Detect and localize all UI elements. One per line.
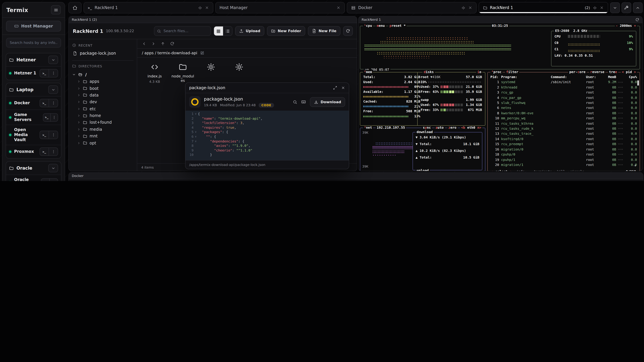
process-row[interactable]: 13rcu_tasks_trace_root0B0.0 — [490, 131, 637, 136]
list-view-button[interactable] — [223, 26, 232, 35]
sidebar-host-proxmox[interactable]: Proxmox>_ — [6, 145, 61, 158]
split-icon[interactable] — [461, 5, 466, 10]
file-tile[interactable] — [199, 62, 223, 74]
proc-info-control[interactable]: info ↵ — [516, 170, 530, 171]
process-row[interactable]: 2kthreaddroot0B0.0 — [490, 85, 637, 90]
process-row[interactable]: 4rcu_par_gproot0B0.0 — [490, 95, 637, 100]
tree-dir-boot[interactable]: boot — [72, 85, 134, 92]
back-icon[interactable] — [142, 41, 146, 46]
fold-toggle[interactable]: ∨ — [194, 130, 198, 134]
recent-file-item[interactable]: package-lock.json — [72, 50, 134, 56]
tools-button[interactable] — [622, 2, 631, 13]
process-row[interactable]: 20migration/1root0B0.0 — [490, 162, 637, 167]
sidebar-host-open-media-vault[interactable]: Open Media Vault>_ — [6, 125, 61, 145]
reconnect-icon[interactable] — [635, 17, 639, 22]
tab-racknerd1-terminal[interactable]: >_ RackNerd 1 — [84, 2, 213, 13]
expand-icon[interactable] — [333, 86, 337, 90]
file-search-input[interactable] — [163, 28, 208, 33]
process-row[interactable]: 8kworker/0:0H-everoot0B0.0 — [490, 111, 637, 116]
terminal-screen[interactable]: ¹cpu menu preset * 03:31:25 - 2000ms + — [358, 23, 642, 171]
host-group-header[interactable]: Hetzner — [6, 53, 61, 66]
open-terminal-button[interactable]: >_ — [40, 131, 49, 139]
new-folder-button[interactable]: New Folder — [267, 26, 305, 36]
proc-sort-selector[interactable]: < pid > — [621, 70, 637, 74]
tree-dir-home[interactable]: home — [72, 112, 134, 119]
home-button[interactable] — [68, 2, 82, 13]
proc-terminate-control[interactable]: terminate — [533, 170, 553, 171]
host-group-header[interactable]: Laptop — [6, 83, 61, 96]
collapse-button[interactable] — [633, 2, 643, 13]
proc-kill-control[interactable]: kill — [556, 170, 566, 171]
process-row[interactable]: 14ksoftirqd/0root0B0.0 — [490, 136, 637, 142]
tree-dir-data[interactable]: data — [72, 92, 134, 99]
upload-button[interactable]: Upload — [235, 26, 264, 36]
refresh-icon[interactable] — [170, 41, 174, 46]
tree-dir-opt[interactable]: opt — [72, 140, 134, 146]
file-tile-node_modules[interactable]: node_modules — [171, 62, 195, 83]
split-icon[interactable] — [593, 5, 597, 10]
split-icon[interactable] — [198, 5, 202, 10]
close-icon[interactable] — [468, 6, 472, 10]
btop-preset-button[interactable]: preset * — [388, 24, 406, 27]
process-row[interactable]: 15rcu_preemptroot0B0.0 — [490, 142, 637, 147]
fold-toggle[interactable]: ∨ — [194, 112, 198, 116]
proc-reverse-toggle[interactable]: reverse — [589, 70, 605, 74]
tree-dir-mnt[interactable]: mnt — [72, 133, 134, 140]
process-row[interactable]: 18cpuhp/0root0B0.0 — [490, 152, 637, 157]
open-terminal-button[interactable]: >_ — [40, 69, 49, 77]
tab-list-button[interactable] — [610, 2, 620, 13]
up-directory-icon[interactable] — [161, 41, 165, 46]
proc-select-control[interactable]: ↑ select ↓ — [490, 170, 512, 171]
net-zero-toggle[interactable]: zero — [447, 126, 457, 129]
tab-racknerd1-files[interactable]: RackNerd 1 (2) — [478, 2, 608, 13]
io-toggle[interactable]: io — [476, 70, 482, 74]
process-row[interactable]: 19cpuhp/1root0B0.0 — [490, 157, 637, 162]
host-group-header[interactable]: Oracle — [6, 162, 61, 175]
group-collapse-button[interactable] — [48, 164, 58, 172]
process-row[interactable]: 12rcu_tasks_rude_kroot0B0.0 — [490, 126, 637, 131]
host-menu-button[interactable] — [49, 69, 58, 77]
process-row[interactable]: 16migration/0root0B0.0 — [490, 147, 637, 152]
close-icon[interactable] — [600, 6, 604, 10]
process-list[interactable]: 1systemd/sbin/initroot9.2M0.02kthreaddro… — [490, 80, 637, 167]
refresh-files-button[interactable] — [343, 26, 353, 36]
forward-icon[interactable] — [151, 41, 156, 46]
process-scrollbar-thumb[interactable] — [637, 80, 639, 85]
host-manager-button[interactable]: Host Manager — [6, 21, 61, 31]
breadcrumb[interactable]: / apps / termix-download-api — [137, 49, 357, 58]
sidebar-host-docker[interactable]: Docker>_ — [6, 96, 61, 110]
edit-path-icon[interactable] — [200, 51, 204, 55]
grid-view-button[interactable] — [214, 26, 223, 35]
tree-dir-etc[interactable]: etc — [72, 105, 134, 112]
proc-signals-control[interactable]: signals — [569, 170, 585, 171]
tree-dir-dev[interactable]: dev — [72, 98, 134, 105]
file-tile-index.js[interactable]: index.js4.3 KB — [142, 62, 167, 83]
net-sync-toggle[interactable]: sync — [422, 126, 432, 129]
process-row[interactable]: 3rcu_gproot0B0.0 — [490, 90, 637, 95]
net-auto-toggle[interactable]: auto — [434, 126, 444, 129]
tree-dir-media[interactable]: media — [72, 126, 134, 133]
process-row[interactable]: 6netnsroot0B0.0 — [490, 105, 637, 111]
close-icon[interactable] — [336, 6, 340, 10]
net-interface-selector[interactable]: <b eth0 n> — [460, 126, 482, 129]
open-terminal-button[interactable]: >_ — [40, 99, 49, 107]
proc-percore-toggle[interactable]: per-core — [568, 70, 586, 74]
code-viewer[interactable]: 1∨{2 "name": "termix-download-api",3 "lo… — [186, 111, 349, 160]
search-in-file-icon[interactable] — [293, 100, 297, 104]
sidebar-host-game-servers[interactable]: Game Servers>_ — [6, 110, 61, 125]
sidebar-host-oracle-sam[interactable]: Oracle Sam>_ — [6, 175, 61, 181]
host-menu-button[interactable] — [50, 113, 58, 121]
open-terminal-button[interactable]: >_ — [43, 113, 50, 121]
tab-docker[interactable]: Docker — [347, 2, 476, 13]
tree-dir-apps[interactable]: apps — [72, 78, 134, 85]
close-icon[interactable] — [341, 86, 345, 90]
editor-view-icon[interactable] — [301, 99, 306, 104]
fold-toggle[interactable]: ∨ — [194, 134, 198, 139]
group-collapse-button[interactable] — [48, 85, 58, 94]
process-row[interactable]: 1systemd/sbin/initroot9.2M0.0 — [490, 80, 637, 85]
sidebar-host-hetzner-1[interactable]: Hetzner 1>_ — [6, 66, 61, 80]
tab-host-manager[interactable]: Host Manager — [215, 2, 345, 13]
new-file-button[interactable]: New File — [308, 26, 340, 36]
open-terminal-button[interactable]: >_ — [41, 178, 49, 181]
process-row[interactable]: 11rcu_tasks_kthrearoot0B0.0 — [490, 121, 637, 126]
